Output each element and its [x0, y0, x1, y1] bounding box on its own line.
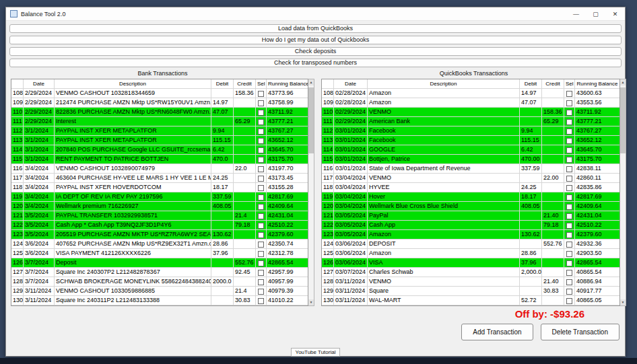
select-checkbox[interactable] — [258, 251, 264, 257]
bank-transaction-row[interactable]: 1213/5/2024PAYPAL TRANSFER 1032929938571… — [11, 211, 308, 221]
select-checkbox[interactable] — [566, 166, 572, 172]
bank-transaction-row[interactable]: 1173/4/2024463604 PURCHASE HY-VEE LE MAR… — [11, 174, 308, 183]
quickbooks-transaction-row[interactable]: 12003/04/2024Wellmark Blue Cross Blue Sh… — [322, 202, 619, 211]
quickbooks-transaction-row[interactable]: 11403/01/2024GOOGLE6.4243645.70 — [322, 145, 619, 155]
select-checkbox[interactable] — [258, 289, 264, 295]
select-checkbox[interactable] — [258, 223, 264, 229]
select-checkbox[interactable] — [258, 100, 264, 106]
scroll-thumb[interactable] — [308, 87, 314, 153]
select-checkbox[interactable] — [566, 138, 572, 144]
select-checkbox[interactable] — [258, 279, 264, 285]
quickbooks-transaction-row[interactable]: 11203/01/2024Facebook9.9443767.27 — [322, 126, 619, 136]
select-checkbox[interactable] — [566, 213, 572, 219]
select-checkbox[interactable] — [566, 260, 572, 266]
select-checkbox[interactable] — [566, 119, 572, 125]
select-checkbox[interactable] — [566, 223, 572, 229]
select-checkbox[interactable] — [566, 147, 572, 153]
select-checkbox[interactable] — [258, 242, 264, 248]
select-checkbox[interactable] — [258, 185, 264, 191]
add-transaction-button[interactable]: Add Transaction — [461, 324, 533, 340]
quickbooks-transaction-row[interactable]: 13003/11/2024WAL-MART52.7240865.05 — [322, 296, 619, 305]
select-checkbox[interactable] — [258, 232, 264, 238]
bank-transaction-row[interactable]: 1112/29/2024Interest65.2943777.21 — [11, 117, 308, 126]
scroll-thumb[interactable] — [620, 87, 626, 153]
bank-transaction-row[interactable]: 1273/7/2024Square Inc 240307P2 L21248287… — [11, 268, 308, 277]
quickbooks-transaction-row[interactable]: 11303/01/2024Facebook115.1543652.12 — [322, 136, 619, 145]
bank-transaction-row[interactable]: 1082/29/2024VENMO CASHOUT 10328183446591… — [11, 89, 308, 98]
select-checkbox[interactable] — [258, 119, 264, 125]
select-checkbox[interactable] — [566, 270, 572, 276]
select-checkbox[interactable] — [566, 157, 572, 163]
bank-transaction-row[interactable]: 1143/1/2024207840 POS PURCHASE Google LL… — [11, 145, 308, 155]
bank-transaction-row[interactable]: 1243/6/2024407652 PURCHASE AMZN Mktp US*… — [11, 240, 308, 249]
select-checkbox[interactable] — [566, 204, 572, 210]
bank-transaction-row[interactable]: 1223/5/2024Cash App * Cash App T39NQ2JF3… — [11, 221, 308, 230]
quickbooks-transaction-row[interactable]: 12803/11/2024VENMO21.4040886.94 — [322, 277, 619, 287]
scroll-down-arrow-icon[interactable]: ▼ — [308, 299, 314, 305]
select-checkbox[interactable] — [258, 270, 264, 276]
bank-table-scrollbar[interactable]: ▲ ▼ — [308, 79, 314, 306]
quickbooks-transaction-row[interactable]: 11703/04/2024VENMO22.0042860.11 — [322, 174, 619, 183]
select-checkbox[interactable] — [258, 260, 264, 266]
select-checkbox[interactable] — [258, 298, 264, 304]
quickbooks-transaction-row[interactable]: 12403/06/2024DEPOSIT552.7642932.36 — [322, 240, 619, 249]
minimize-button[interactable]: — — [566, 7, 586, 20]
select-checkbox[interactable] — [258, 213, 264, 219]
select-checkbox[interactable] — [566, 242, 572, 248]
bank-transaction-row[interactable]: 1263/7/2024Deposit552.7642865.54 — [11, 258, 308, 268]
scroll-down-arrow-icon[interactable]: ▼ — [620, 299, 626, 305]
toolbar-button-check-deposits[interactable]: Check deposits — [9, 47, 622, 56]
bank-transaction-row[interactable]: 1183/4/2024PAYPAL INST XFER HOVERDOTCOM1… — [11, 183, 308, 192]
quickbooks-transaction-row[interactable]: 11803/04/2024HYVEE24.2542835.86 — [322, 183, 619, 192]
select-checkbox[interactable] — [566, 279, 572, 285]
bank-transaction-row[interactable]: 1123/1/2024PAYPAL INST XFER METAPLATFOR9… — [11, 126, 308, 136]
scroll-up-arrow-icon[interactable]: ▲ — [308, 79, 314, 85]
quickbooks-table-scrollbar[interactable]: ▲ ▼ — [620, 79, 626, 306]
select-checkbox[interactable] — [566, 176, 572, 182]
select-checkbox[interactable] — [258, 194, 264, 201]
maximize-button[interactable]: ▢ — [586, 7, 605, 20]
quickbooks-transaction-row[interactable]: 10902/28/2024Amazon47.0743553.56 — [322, 98, 619, 108]
select-checkbox[interactable] — [566, 100, 572, 106]
quickbooks-transaction-row[interactable]: 11603/01/2024State of Iowa Department of… — [322, 164, 619, 174]
select-checkbox[interactable] — [566, 129, 572, 135]
quickbooks-transaction-row[interactable]: 12503/06/2024Amazon28.8642903.50 — [322, 249, 619, 258]
select-checkbox[interactable] — [566, 251, 572, 257]
quickbooks-transaction-row[interactable]: 12203/05/2024Cash App79.1842510.22 — [322, 221, 619, 230]
bank-transaction-row[interactable]: 1092/29/2024212474 PURCHASE AMZN Mktp US… — [11, 98, 308, 108]
quickbooks-transaction-row[interactable]: 11102/29/2024American Bank65.2943777.21 — [322, 117, 619, 126]
select-checkbox[interactable] — [258, 157, 264, 163]
toolbar-button-how-do-i-get-my-data-out-of-quickbooks[interactable]: How do I get my data out of Quickbooks — [9, 36, 622, 44]
quickbooks-transaction-row[interactable]: 11503/01/2024Bottjen, Patrice470.0043175… — [322, 155, 619, 164]
bank-transaction-row[interactable]: 1163/4/2024VENMO CASHOUT 103289007497922… — [11, 164, 308, 174]
close-button[interactable]: ✕ — [605, 7, 625, 20]
quickbooks-transaction-row[interactable]: 12103/05/2024PayPal21.4042431.04 — [322, 211, 619, 221]
bank-transaction-row[interactable]: 1283/7/2024SCHWAB BROKERAGE MONEYLINK 55… — [11, 277, 308, 287]
bank-transaction-row[interactable]: 1233/5/2024205519 PURCHASE AMZN MKTP US*… — [11, 230, 308, 240]
select-checkbox[interactable] — [258, 129, 264, 135]
select-checkbox[interactable] — [258, 204, 264, 210]
select-checkbox[interactable] — [566, 91, 572, 97]
quickbooks-transaction-row[interactable]: 12703/07/2024Charles Schwab2,000.0040865… — [322, 268, 619, 277]
bank-transaction-row[interactable]: 1153/1/2024RENT PAYMENT TO PATRICE BOTTJ… — [11, 155, 308, 164]
quickbooks-transaction-row[interactable]: 12303/05/2024Amazon130.6242379.60 — [322, 230, 619, 240]
quickbooks-transaction-row[interactable]: 11903/04/2024Hover18.1742817.69 — [322, 192, 619, 202]
bank-transaction-row[interactable]: 1253/6/2024VISA PAYMENT 412126XXXX622637… — [11, 249, 308, 258]
bank-transaction-row[interactable]: 1133/1/2024PAYPAL INST XFER METAPLATFOR1… — [11, 136, 308, 145]
toolbar-button-load-data-from-quickbooks[interactable]: Load data from QuickBooks — [9, 24, 622, 33]
select-checkbox[interactable] — [258, 91, 264, 97]
select-checkbox[interactable] — [258, 138, 264, 144]
bank-transaction-row[interactable]: 1293/11/2024VENMO CASHOUT 10330598868852… — [11, 287, 308, 296]
quickbooks-transaction-row[interactable]: 11002/29/2024VENMO158.3643711.92 — [322, 108, 619, 117]
delete-transaction-button[interactable]: Delete Transaction — [541, 324, 619, 340]
select-checkbox[interactable] — [566, 110, 572, 116]
scroll-up-arrow-icon[interactable]: ▲ — [620, 79, 626, 85]
select-checkbox[interactable] — [566, 232, 572, 238]
title-bar[interactable]: Balance Tool 2.0 — ▢ ✕ — [6, 7, 625, 21]
select-checkbox[interactable] — [566, 289, 572, 295]
select-checkbox[interactable] — [566, 194, 572, 201]
select-checkbox[interactable] — [258, 176, 264, 182]
quickbooks-transaction-row[interactable]: 12903/11/2024Square30.8340917.77 — [322, 287, 619, 296]
youtube-tutorial-button[interactable]: YouTube Tutorial — [291, 348, 341, 357]
select-checkbox[interactable] — [258, 110, 264, 116]
